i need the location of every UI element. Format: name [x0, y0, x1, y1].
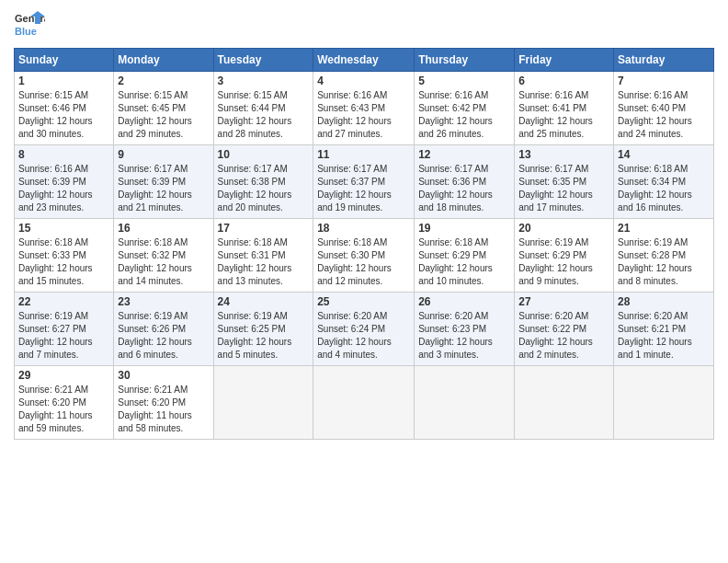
calendar-cell: 14Sunrise: 6:18 AM Sunset: 6:34 PM Dayli… — [614, 145, 714, 219]
logo-svg: General Blue — [14, 9, 45, 40]
day-info: Sunrise: 6:20 AM Sunset: 6:24 PM Dayligh… — [317, 310, 410, 362]
calendar-cell: 25Sunrise: 6:20 AM Sunset: 6:24 PM Dayli… — [313, 293, 415, 366]
header-thursday: Thursday — [415, 49, 515, 72]
header-sunday: Sunday — [15, 49, 114, 72]
calendar-cell: 11Sunrise: 6:17 AM Sunset: 6:37 PM Dayli… — [313, 145, 415, 219]
week-row-2: 8Sunrise: 6:16 AM Sunset: 6:39 PM Daylig… — [15, 145, 714, 219]
logo: General Blue — [14, 9, 45, 40]
calendar-cell: 29Sunrise: 6:21 AM Sunset: 6:20 PM Dayli… — [15, 366, 114, 440]
calendar-cell: 28Sunrise: 6:20 AM Sunset: 6:21 PM Dayli… — [614, 293, 714, 366]
calendar-cell: 15Sunrise: 6:18 AM Sunset: 6:33 PM Dayli… — [15, 219, 114, 293]
day-number: 9 — [118, 148, 209, 161]
day-info: Sunrise: 6:18 AM Sunset: 6:31 PM Dayligh… — [218, 236, 310, 288]
calendar-cell: 21Sunrise: 6:19 AM Sunset: 6:28 PM Dayli… — [614, 219, 714, 293]
svg-text:Blue: Blue — [15, 26, 37, 37]
calendar-cell — [313, 366, 415, 440]
day-number: 27 — [518, 295, 609, 308]
day-number: 14 — [618, 148, 710, 161]
day-number: 11 — [317, 148, 410, 161]
day-info: Sunrise: 6:18 AM Sunset: 6:29 PM Dayligh… — [418, 236, 510, 288]
calendar-cell — [614, 366, 714, 440]
calendar-cell: 3Sunrise: 6:15 AM Sunset: 6:44 PM Daylig… — [213, 72, 313, 145]
day-info: Sunrise: 6:15 AM Sunset: 6:44 PM Dayligh… — [218, 89, 310, 141]
day-number: 2 — [118, 75, 209, 87]
calendar-cell: 5Sunrise: 6:16 AM Sunset: 6:42 PM Daylig… — [415, 72, 515, 145]
calendar-cell: 9Sunrise: 6:17 AM Sunset: 6:39 PM Daylig… — [114, 145, 213, 219]
calendar-cell: 20Sunrise: 6:19 AM Sunset: 6:29 PM Dayli… — [515, 219, 614, 293]
calendar-cell: 23Sunrise: 6:19 AM Sunset: 6:26 PM Dayli… — [114, 293, 213, 366]
day-info: Sunrise: 6:18 AM Sunset: 6:30 PM Dayligh… — [317, 236, 410, 288]
calendar-cell: 30Sunrise: 6:21 AM Sunset: 6:20 PM Dayli… — [114, 366, 213, 440]
day-info: Sunrise: 6:16 AM Sunset: 6:40 PM Dayligh… — [618, 89, 710, 141]
calendar-cell — [515, 366, 614, 440]
day-info: Sunrise: 6:17 AM Sunset: 6:37 PM Dayligh… — [317, 163, 410, 214]
day-number: 23 — [118, 295, 209, 308]
calendar-page: General Blue SundayMondayTuesdayWednesda… — [0, 0, 728, 563]
day-info: Sunrise: 6:15 AM Sunset: 6:46 PM Dayligh… — [18, 89, 109, 141]
day-info: Sunrise: 6:19 AM Sunset: 6:29 PM Dayligh… — [518, 236, 609, 288]
day-number: 18 — [317, 222, 410, 235]
calendar-cell: 13Sunrise: 6:17 AM Sunset: 6:35 PM Dayli… — [515, 145, 614, 219]
day-number: 22 — [18, 295, 109, 308]
day-number: 16 — [118, 222, 209, 235]
header-friday: Friday — [515, 49, 614, 72]
day-number: 25 — [317, 295, 410, 308]
day-info: Sunrise: 6:19 AM Sunset: 6:28 PM Dayligh… — [618, 236, 710, 288]
calendar-cell: 24Sunrise: 6:19 AM Sunset: 6:25 PM Dayli… — [213, 293, 313, 366]
calendar-cell: 17Sunrise: 6:18 AM Sunset: 6:31 PM Dayli… — [213, 219, 313, 293]
day-info: Sunrise: 6:16 AM Sunset: 6:42 PM Dayligh… — [418, 89, 510, 141]
day-number: 10 — [218, 148, 310, 161]
day-number: 1 — [18, 75, 109, 87]
day-info: Sunrise: 6:16 AM Sunset: 6:41 PM Dayligh… — [518, 89, 609, 141]
header-saturday: Saturday — [614, 49, 714, 72]
day-info: Sunrise: 6:16 AM Sunset: 6:43 PM Dayligh… — [317, 89, 410, 141]
calendar-cell — [415, 366, 515, 440]
header-wednesday: Wednesday — [313, 49, 415, 72]
week-row-3: 15Sunrise: 6:18 AM Sunset: 6:33 PM Dayli… — [15, 219, 714, 293]
calendar-cell: 4Sunrise: 6:16 AM Sunset: 6:43 PM Daylig… — [313, 72, 415, 145]
calendar-cell: 8Sunrise: 6:16 AM Sunset: 6:39 PM Daylig… — [15, 145, 114, 219]
day-info: Sunrise: 6:19 AM Sunset: 6:25 PM Dayligh… — [218, 310, 310, 362]
day-info: Sunrise: 6:15 AM Sunset: 6:45 PM Dayligh… — [118, 89, 209, 141]
day-info: Sunrise: 6:18 AM Sunset: 6:32 PM Dayligh… — [118, 236, 209, 288]
day-number: 8 — [18, 148, 109, 161]
day-number: 29 — [18, 369, 109, 382]
day-number: 13 — [518, 148, 609, 161]
calendar-cell: 1Sunrise: 6:15 AM Sunset: 6:46 PM Daylig… — [15, 72, 114, 145]
day-number: 5 — [418, 75, 510, 87]
day-number: 4 — [317, 75, 410, 87]
day-number: 19 — [418, 222, 510, 235]
header-row: SundayMondayTuesdayWednesdayThursdayFrid… — [15, 49, 714, 72]
day-number: 21 — [618, 222, 710, 235]
calendar-cell — [213, 366, 313, 440]
calendar-cell: 19Sunrise: 6:18 AM Sunset: 6:29 PM Dayli… — [415, 219, 515, 293]
day-number: 28 — [618, 295, 710, 308]
day-number: 30 — [118, 369, 209, 382]
day-info: Sunrise: 6:17 AM Sunset: 6:35 PM Dayligh… — [518, 163, 609, 214]
week-row-4: 22Sunrise: 6:19 AM Sunset: 6:27 PM Dayli… — [15, 293, 714, 366]
day-info: Sunrise: 6:20 AM Sunset: 6:22 PM Dayligh… — [518, 310, 609, 362]
calendar-cell: 12Sunrise: 6:17 AM Sunset: 6:36 PM Dayli… — [415, 145, 515, 219]
day-info: Sunrise: 6:18 AM Sunset: 6:33 PM Dayligh… — [18, 236, 109, 288]
day-number: 20 — [518, 222, 609, 235]
day-info: Sunrise: 6:17 AM Sunset: 6:39 PM Dayligh… — [118, 163, 209, 214]
day-info: Sunrise: 6:19 AM Sunset: 6:27 PM Dayligh… — [18, 310, 109, 362]
calendar-cell: 7Sunrise: 6:16 AM Sunset: 6:40 PM Daylig… — [614, 72, 714, 145]
day-info: Sunrise: 6:19 AM Sunset: 6:26 PM Dayligh… — [118, 310, 209, 362]
header-monday: Monday — [114, 49, 213, 72]
calendar-table: SundayMondayTuesdayWednesdayThursdayFrid… — [14, 48, 714, 440]
week-row-1: 1Sunrise: 6:15 AM Sunset: 6:46 PM Daylig… — [15, 72, 714, 145]
day-number: 6 — [518, 75, 609, 87]
calendar-cell: 6Sunrise: 6:16 AM Sunset: 6:41 PM Daylig… — [515, 72, 614, 145]
day-info: Sunrise: 6:17 AM Sunset: 6:38 PM Dayligh… — [218, 163, 310, 214]
day-number: 26 — [418, 295, 510, 308]
week-row-5: 29Sunrise: 6:21 AM Sunset: 6:20 PM Dayli… — [15, 366, 714, 440]
day-number: 7 — [618, 75, 710, 87]
day-info: Sunrise: 6:20 AM Sunset: 6:23 PM Dayligh… — [418, 310, 510, 362]
calendar-cell: 2Sunrise: 6:15 AM Sunset: 6:45 PM Daylig… — [114, 72, 213, 145]
day-info: Sunrise: 6:21 AM Sunset: 6:20 PM Dayligh… — [18, 384, 109, 435]
day-number: 12 — [418, 148, 510, 161]
calendar-cell: 27Sunrise: 6:20 AM Sunset: 6:22 PM Dayli… — [515, 293, 614, 366]
calendar-cell: 10Sunrise: 6:17 AM Sunset: 6:38 PM Dayli… — [213, 145, 313, 219]
day-info: Sunrise: 6:18 AM Sunset: 6:34 PM Dayligh… — [618, 163, 710, 214]
